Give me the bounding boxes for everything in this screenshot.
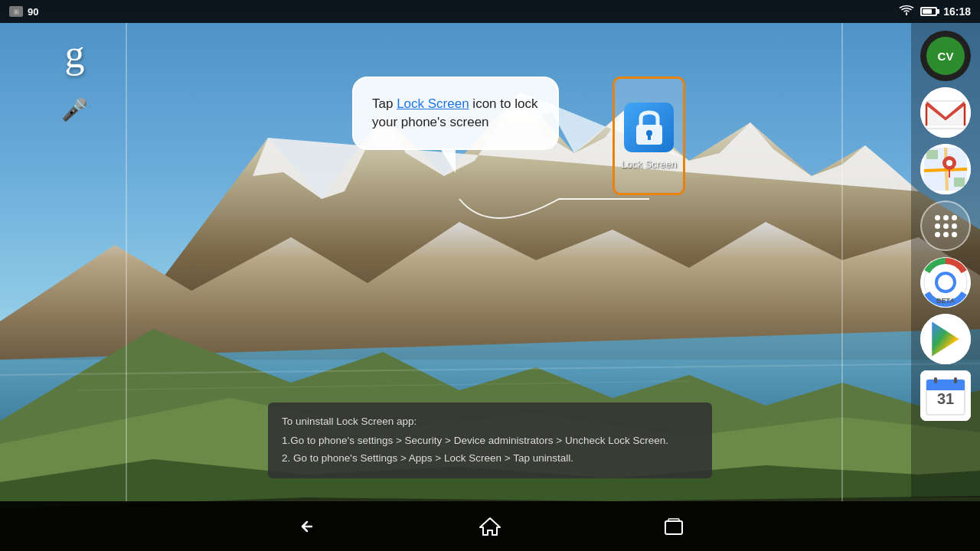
- launcher-dot: [943, 223, 949, 229]
- instruction-line1: To uninstall Lock Screen app:: [282, 413, 698, 431]
- instruction-line3: 2. Go to phone's Settings > Apps > Lock …: [282, 450, 698, 468]
- svg-rect-27: [954, 178, 965, 187]
- instruction-box: To uninstall Lock Screen app: 1.Go to ph…: [268, 403, 712, 478]
- chrome-beta-icon: BETA: [920, 257, 971, 308]
- svg-point-25: [946, 160, 952, 166]
- lock-screen-label: Lock Screen: [621, 158, 676, 170]
- instruction-line2: 1.Go to phone's settings > Security > De…: [282, 432, 698, 450]
- nav-bar: [0, 501, 980, 551]
- svg-rect-40: [954, 377, 957, 383]
- battery-icon: [920, 7, 937, 16]
- recents-button[interactable]: [658, 511, 689, 542]
- launcher-dot: [952, 223, 957, 229]
- svg-text:31: 31: [937, 390, 954, 407]
- svg-rect-39: [934, 377, 937, 383]
- tooltip-callout: Tap Lock Screen icon to lock your phone'…: [352, 77, 559, 150]
- back-button[interactable]: [291, 511, 322, 542]
- sidebar-app-cv[interactable]: CV: [920, 31, 971, 81]
- launcher-dot: [935, 223, 940, 229]
- svg-rect-26: [926, 150, 938, 159]
- back-icon: [295, 515, 318, 538]
- sidebar-app-chrome-beta[interactable]: BETA: [920, 257, 971, 308]
- lock-icon-container: [624, 103, 674, 152]
- svg-rect-43: [668, 519, 679, 521]
- tooltip-prefix: Tap: [372, 96, 397, 111]
- google-widget: g 🎤: [61, 34, 88, 122]
- right-sidebar: CV: [911, 23, 980, 497]
- sidebar-app-launcher[interactable]: [920, 201, 971, 251]
- tooltip-link[interactable]: Lock Screen: [397, 96, 469, 111]
- recents-icon: [662, 515, 685, 538]
- play-store-icon: [920, 314, 971, 364]
- gmail-icon: [920, 87, 971, 138]
- clock: 16:18: [943, 5, 971, 18]
- microphone-icon[interactable]: 🎤: [61, 97, 88, 122]
- launcher-dot: [952, 232, 957, 237]
- home-icon: [479, 515, 501, 538]
- launcher-dot: [935, 232, 940, 237]
- svg-rect-42: [665, 521, 682, 534]
- google-g-letter[interactable]: g: [65, 34, 85, 74]
- lock-screen-widget[interactable]: Lock Screen: [612, 77, 685, 195]
- sidebar-app-calendar[interactable]: 31: [920, 370, 971, 421]
- status-right: 16:18: [899, 4, 971, 19]
- svg-rect-17: [648, 135, 651, 140]
- maps-icon: [920, 144, 971, 194]
- sidebar-app-gmail[interactable]: [920, 87, 971, 138]
- sidebar-app-maps[interactable]: [920, 144, 971, 194]
- launcher-dot: [952, 215, 957, 220]
- status-bar: ▣ 90 16:18: [0, 0, 980, 23]
- svg-rect-38: [926, 384, 965, 390]
- launcher-dot: [943, 215, 949, 220]
- lock-icon: [630, 106, 668, 148]
- tooltip-text: Tap Lock Screen icon to lock your phone'…: [372, 95, 539, 132]
- home-button[interactable]: [475, 511, 505, 542]
- svg-point-31: [938, 275, 953, 290]
- status-left: ▣ 90: [9, 6, 38, 18]
- wifi-icon: [899, 4, 914, 19]
- instruction-text: To uninstall Lock Screen app: 1.Go to ph…: [282, 413, 698, 468]
- notification-icon: ▣: [9, 6, 23, 17]
- launcher-dot: [935, 215, 940, 220]
- notification-count: 90: [28, 6, 38, 18]
- sidebar-app-play-store[interactable]: [920, 314, 971, 364]
- launcher-dot: [943, 232, 949, 237]
- svg-text:BETA: BETA: [936, 297, 955, 305]
- calendar-icon: 31: [920, 370, 971, 421]
